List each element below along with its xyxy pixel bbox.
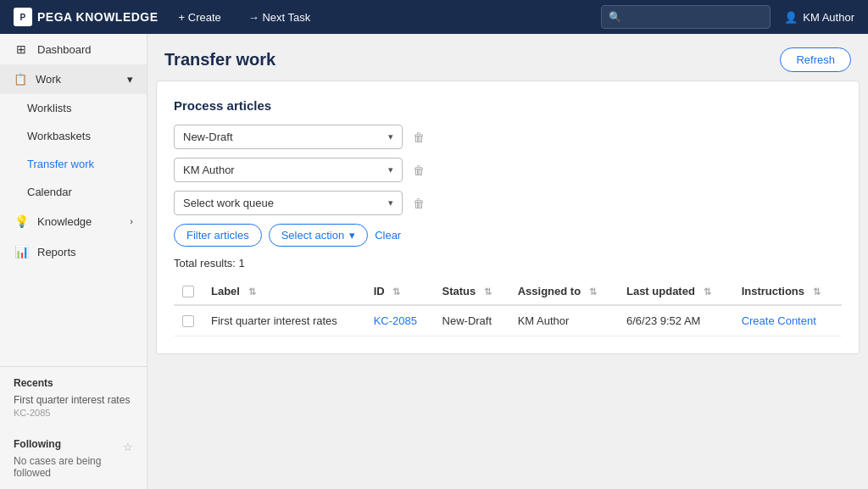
main-header: Transfer work Refresh [147, 34, 868, 81]
dashboard-icon: ⊞ [14, 42, 29, 56]
col-status: Status ⇅ [434, 278, 509, 305]
worklists-label: Worklists [27, 102, 71, 114]
work-icon: 📋 [14, 73, 27, 86]
select-action-button[interactable]: Select action ▾ [269, 224, 368, 247]
col-assigned-sort-icon[interactable]: ⇅ [589, 286, 597, 297]
row-id-link[interactable]: KC-2085 [374, 314, 417, 327]
col-last-updated: Last updated ⇅ [618, 278, 733, 305]
sidebar-item-knowledge[interactable]: 💡 Knowledge › [0, 206, 147, 236]
sidebar-item-reports[interactable]: 📊 Reports [0, 236, 147, 267]
app-layout: ⊞ Dashboard 📋 Work ▾ Worklists Workbaske… [0, 34, 868, 489]
status-dropdown-value: New-Draft [183, 131, 233, 143]
app-name: PEGA KNOWLEDGE [37, 10, 159, 24]
workqueue-dropdown[interactable]: Select work queue ▾ [174, 191, 403, 215]
col-instructions-sort-icon[interactable]: ⇅ [813, 286, 821, 297]
sidebar-following: Following ☆ No cases are being followed [0, 428, 147, 489]
content-panel: Process articles New-Draft ▾ 🗑 KM Author… [156, 81, 860, 354]
table-row: First quarter interest rates KC-2085 New… [174, 305, 842, 336]
select-action-caret-icon: ▾ [349, 229, 355, 242]
recents-item[interactable]: First quarter interest rates [14, 394, 133, 406]
calendar-label: Calendar [27, 186, 72, 198]
col-label: Label ⇅ [203, 278, 365, 305]
sidebar-label-reports: Reports [37, 246, 76, 258]
create-label: + Create [179, 11, 221, 24]
col-label-sort-icon[interactable]: ⇅ [248, 286, 256, 297]
star-icon[interactable]: ☆ [123, 441, 133, 453]
delete-row3-icon[interactable]: 🗑 [409, 193, 428, 214]
recents-title: Recents [14, 377, 133, 389]
workqueue-dropdown-value: Select work queue [183, 197, 274, 209]
col-assigned-text: Assigned to [518, 285, 581, 297]
delete-row1-icon[interactable]: 🗑 [409, 127, 428, 147]
author-dropdown[interactable]: KM Author ▾ [174, 158, 403, 182]
select-all-header[interactable] [174, 278, 203, 305]
row-status: New-Draft [434, 305, 509, 336]
filter-row-3: Select work queue ▾ 🗑 [174, 191, 842, 215]
sidebar-item-dashboard[interactable]: ⊞ Dashboard [0, 34, 147, 64]
table-body: First quarter interest rates KC-2085 New… [174, 305, 842, 336]
user-icon: 👤 [784, 11, 798, 24]
col-updated-text: Last updated [626, 285, 695, 297]
sidebar-recents: Recents First quarter interest rates KC-… [0, 366, 147, 428]
sidebar-item-calendar[interactable]: Calendar [0, 178, 147, 206]
sidebar-item-worklists[interactable]: Worklists [0, 94, 147, 122]
main-content: Transfer work Refresh Process articles N… [147, 34, 868, 489]
col-assigned-to: Assigned to ⇅ [509, 278, 618, 305]
search-icon: 🔍 [609, 11, 621, 23]
results-table: Label ⇅ ID ⇅ Status ⇅ Assigned to [174, 278, 842, 336]
col-label-text: Label [211, 285, 240, 297]
sidebar-label-knowledge: Knowledge [37, 215, 92, 228]
row-label: First quarter interest rates [203, 305, 365, 336]
status-dropdown[interactable]: New-Draft ▾ [174, 125, 403, 149]
action-buttons: Filter articles Select action ▾ Clear [174, 224, 842, 247]
search-input[interactable] [626, 11, 763, 23]
refresh-button[interactable]: Refresh [780, 47, 851, 72]
row-instructions[interactable]: Create Content [733, 305, 842, 336]
search-box[interactable]: 🔍 [601, 5, 771, 29]
sidebar-label-dashboard: Dashboard [37, 43, 92, 56]
col-id: ID ⇅ [365, 278, 434, 305]
author-dropdown-caret-icon: ▾ [388, 164, 393, 175]
row-checkbox[interactable] [182, 315, 194, 327]
clear-button[interactable]: Clear [375, 229, 401, 242]
table-header: Label ⇅ ID ⇅ Status ⇅ Assigned to [174, 278, 842, 305]
sidebar: ⊞ Dashboard 📋 Work ▾ Worklists Workbaske… [0, 34, 147, 489]
work-chevron-icon: ▾ [127, 73, 133, 86]
transfer-work-label: Transfer work [27, 158, 94, 170]
filter-articles-button[interactable]: Filter articles [174, 224, 262, 247]
top-nav: P PEGA KNOWLEDGE + Create → Next Task 🔍 … [0, 0, 868, 34]
sidebar-item-transfer-work[interactable]: Transfer work [0, 150, 147, 178]
delete-row2-icon[interactable]: 🗑 [409, 160, 428, 181]
following-title: Following [14, 438, 61, 450]
total-results: Total results: 1 [174, 257, 842, 270]
page-title: Transfer work [164, 50, 275, 69]
col-instructions: Instructions ⇅ [733, 278, 842, 305]
section-title: Process articles [174, 98, 842, 113]
workqueue-dropdown-caret-icon: ▾ [388, 197, 393, 208]
sidebar-item-workbaskets[interactable]: Workbaskets [0, 122, 147, 150]
create-button[interactable]: + Create [172, 8, 228, 27]
pega-icon: P [14, 8, 32, 26]
next-task-button[interactable]: → Next Task [242, 8, 317, 27]
filter-row-2: KM Author ▾ 🗑 [174, 158, 842, 182]
select-all-checkbox[interactable] [182, 286, 194, 297]
workbaskets-label: Workbaskets [27, 130, 91, 142]
col-updated-sort-icon[interactable]: ⇅ [704, 286, 711, 297]
next-task-label: → Next Task [248, 11, 310, 24]
status-dropdown-caret-icon: ▾ [388, 131, 393, 142]
select-action-label: Select action [281, 229, 344, 242]
reports-icon: 📊 [14, 245, 29, 258]
col-id-text: ID [374, 285, 385, 297]
col-id-sort-icon[interactable]: ⇅ [392, 286, 400, 297]
col-status-sort-icon[interactable]: ⇅ [484, 286, 492, 297]
col-instructions-text: Instructions [742, 285, 804, 297]
row-assigned-to: KM Author [509, 305, 618, 336]
row-instructions-link[interactable]: Create Content [742, 314, 816, 327]
user-menu[interactable]: 👤 KM Author [784, 11, 854, 24]
recents-id: KC-2085 [14, 408, 133, 418]
user-label: KM Author [803, 11, 854, 24]
row-id[interactable]: KC-2085 [365, 305, 434, 336]
author-dropdown-value: KM Author [183, 164, 235, 176]
row-checkbox-cell[interactable] [174, 305, 203, 336]
sidebar-item-work[interactable]: 📋 Work ▾ [0, 64, 147, 94]
